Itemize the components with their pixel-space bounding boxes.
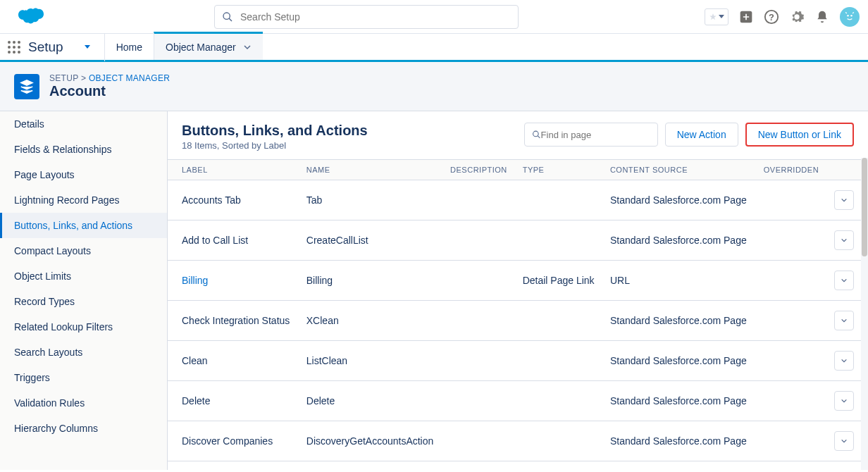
table-cell — [757, 381, 827, 421]
svg-point-5 — [843, 10, 856, 23]
chevron-down-icon — [719, 15, 724, 18]
column-header[interactable]: OVERRIDDEN — [757, 160, 827, 180]
row-menu-button[interactable] — [834, 190, 854, 210]
layout: DetailsFields & RelationshipsPage Layout… — [0, 111, 868, 470]
table-cell: Standard Salesforce.com Page — [603, 180, 757, 221]
nav-item-object-manager[interactable]: Object Manager — [154, 32, 263, 60]
chevron-down-icon[interactable] — [85, 45, 90, 49]
table-cell: XClean — [299, 301, 443, 341]
table-cell: Tab — [299, 180, 443, 221]
notifications-icon[interactable] — [814, 9, 830, 25]
table-cell — [443, 221, 516, 261]
column-header[interactable]: TYPE — [516, 160, 603, 180]
sidebar-item-compact-layouts[interactable]: Compact Layouts — [0, 238, 167, 263]
svg-point-12 — [13, 46, 16, 49]
table-cell: Billing — [299, 261, 443, 301]
nav-bar: Setup Home Object Manager — [0, 34, 868, 62]
row-menu-button[interactable] — [834, 311, 854, 330]
table-row: EditEditStandard Salesforce.com Page — [168, 461, 868, 471]
sidebar-item-buttons-links-and-actions[interactable]: Buttons, Links, and Actions — [0, 213, 167, 238]
table-cell[interactable]: Billing — [168, 261, 299, 301]
table-cell: URL — [603, 261, 757, 301]
app-launcher-icon[interactable] — [0, 40, 28, 54]
salesforce-logo[interactable] — [14, 6, 45, 27]
new-action-button[interactable]: New Action — [665, 123, 738, 147]
sidebar-item-details[interactable]: Details — [0, 111, 167, 137]
row-menu-button[interactable] — [834, 391, 854, 411]
svg-point-13 — [18, 46, 20, 49]
table-cell: Standard Salesforce.com Page — [603, 421, 757, 461]
sidebar-item-fields-relationships[interactable]: Fields & Relationships — [0, 137, 167, 162]
row-menu-button[interactable] — [834, 271, 854, 290]
app-name: Setup — [28, 39, 63, 55]
global-search[interactable] — [214, 5, 519, 29]
table-cell — [516, 301, 603, 341]
table-cell — [516, 341, 603, 381]
table-cell: Standard Salesforce.com Page — [603, 341, 757, 381]
table-cell — [757, 221, 827, 261]
svg-line-18 — [538, 136, 540, 138]
scrollbar-thumb[interactable] — [862, 158, 867, 256]
svg-point-6 — [847, 15, 849, 16]
row-menu-button[interactable] — [834, 230, 854, 250]
svg-point-7 — [850, 15, 852, 16]
table-cell: Detail Page Link — [516, 261, 603, 301]
table-cell — [516, 381, 603, 421]
table-cell: Discover Companies — [168, 421, 299, 461]
table-cell — [757, 461, 827, 471]
page-header: SETUP > OBJECT MANAGER Account — [0, 62, 868, 111]
table-cell — [757, 341, 827, 381]
sidebar-item-search-layouts[interactable]: Search Layouts — [0, 340, 167, 365]
sidebar-item-object-limits[interactable]: Object Limits — [0, 263, 167, 289]
row-menu-button[interactable] — [834, 351, 854, 371]
search-input[interactable] — [240, 11, 511, 23]
help-icon[interactable]: ? — [764, 9, 779, 25]
actions-table: LABELNAMEDESCRIPTIONTYPECONTENT SOURCEOV… — [168, 159, 868, 470]
table-cell — [757, 421, 827, 461]
avatar[interactable] — [840, 7, 860, 27]
chevron-down-icon — [243, 43, 252, 51]
sidebar-item-hierarchy-columns[interactable]: Hierarchy Columns — [0, 416, 167, 441]
row-menu-button[interactable] — [834, 431, 854, 451]
add-icon[interactable] — [738, 9, 754, 25]
find-in-page[interactable] — [524, 123, 658, 147]
table-cell: Accounts Tab — [168, 180, 299, 221]
table-row: BillingBillingDetail Page LinkURL — [168, 261, 868, 301]
find-input[interactable] — [541, 130, 650, 140]
main-content: Buttons, Links, and Actions 18 Items, So… — [168, 111, 868, 470]
table-cell — [443, 261, 516, 301]
app-name-wrap: Setup — [28, 39, 104, 55]
table-cell — [443, 180, 516, 221]
column-header[interactable]: CONTENT SOURCE — [603, 160, 757, 180]
table-cell — [443, 461, 516, 471]
gear-icon[interactable] — [789, 9, 805, 25]
sidebar-item-triggers[interactable]: Triggers — [0, 365, 167, 390]
column-header[interactable]: NAME — [299, 160, 443, 180]
svg-point-14 — [8, 51, 11, 54]
svg-point-9 — [13, 41, 16, 44]
svg-point-10 — [18, 41, 20, 44]
page-title: Account — [49, 83, 170, 99]
sidebar-item-validation-rules[interactable]: Validation Rules — [0, 390, 167, 416]
breadcrumb: SETUP > OBJECT MANAGER — [49, 73, 170, 83]
sidebar-item-record-types[interactable]: Record Types — [0, 289, 167, 314]
sidebar-item-related-lookup-filters[interactable]: Related Lookup Filters — [0, 314, 167, 340]
svg-point-0 — [223, 13, 230, 19]
table-cell — [516, 421, 603, 461]
scrollbar[interactable] — [861, 158, 868, 470]
breadcrumb-link[interactable]: OBJECT MANAGER — [89, 73, 170, 83]
table-row: Accounts TabTabStandard Salesforce.com P… — [168, 180, 868, 221]
column-header[interactable]: DESCRIPTION — [443, 160, 516, 180]
nav-label: Home — [116, 42, 142, 53]
table-cell — [757, 261, 827, 301]
favorites-button[interactable] — [705, 8, 728, 25]
nav-item-home[interactable]: Home — [104, 33, 154, 61]
sidebar-item-page-layouts[interactable]: Page Layouts — [0, 162, 167, 187]
sidebar-item-lightning-record-pages[interactable]: Lightning Record Pages — [0, 187, 167, 213]
new-button-or-link-button[interactable]: New Button or Link — [745, 123, 854, 147]
main-actions: New Action New Button or Link — [524, 123, 854, 147]
header-actions: ? — [705, 7, 860, 27]
column-header[interactable]: LABEL — [168, 160, 299, 180]
section-subtitle: 18 Items, Sorted by Label — [182, 140, 368, 151]
section-title: Buttons, Links, and Actions — [182, 123, 368, 139]
